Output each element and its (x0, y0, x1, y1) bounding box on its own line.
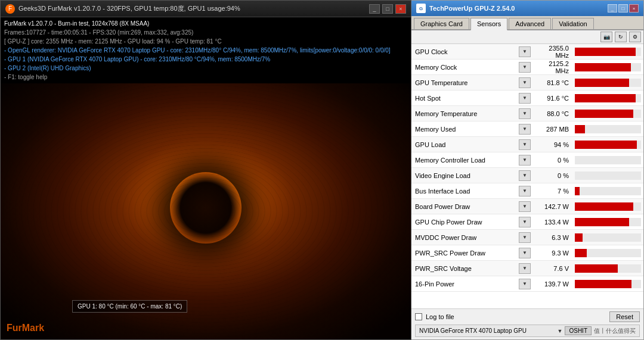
gpuz-window: G TechPowerUp GPU-Z 2.54.0 _ □ × Graphic… (411, 0, 644, 340)
sensor-bar (575, 280, 631, 288)
sensor-bar-container (575, 264, 641, 273)
sensor-bar (575, 125, 585, 133)
sensor-dropdown-button[interactable]: ▼ (519, 155, 531, 166)
sensor-row: Memory Controller Load▼0 % (411, 152, 643, 168)
sensor-dropdown-button[interactable]: ▼ (519, 217, 531, 227)
gpuz-toolbar: 📷 ↻ ⚙ (411, 30, 643, 44)
sensor-name: 16-Pin Power (411, 280, 519, 288)
furmark-temp-overlay: GPU 1: 80 °C (min: 60 °C - max: 81 °C) (72, 300, 187, 313)
gpuz-title-left: G TechPowerUp GPU-Z 2.54.0 (416, 4, 515, 13)
sensor-bar-container (575, 218, 641, 226)
sensor-row: Hot Spot▼91.6 °C (411, 91, 643, 106)
sensor-row: GPU Chip Power Draw▼133.4 W (411, 214, 643, 230)
furmark-maximize-button[interactable]: □ (382, 4, 393, 14)
sensor-dropdown-button[interactable]: ▼ (519, 170, 531, 181)
sensor-name: Memory Temperature (411, 110, 519, 117)
sensor-row: Memory Used▼287 MB (411, 121, 643, 137)
gpuz-close-button[interactable]: × (629, 4, 639, 13)
tab-graphics-card[interactable]: Graphics Card (414, 18, 469, 29)
tab-validation[interactable]: Validation (552, 18, 594, 29)
sensor-value: 81.8 °C (531, 79, 572, 86)
sensor-name: Memory Used (411, 126, 519, 133)
sensor-bar-container (575, 94, 641, 102)
gpuz-device-suffix: 值丨什么值得买 (594, 327, 636, 335)
furmark-info-line3: [ GPU-Z ] core: 2355 MHz - mem: 2125 MHz… (4, 37, 407, 46)
gpuz-minimize-button[interactable]: _ (608, 4, 617, 13)
furmark-temp-text: GPU 1: 80 °C (min: 60 °C - max: 81 °C) (78, 303, 182, 310)
furmark-minimize-button[interactable]: _ (369, 4, 380, 14)
sensor-dropdown-button[interactable]: ▼ (519, 124, 531, 135)
sensor-bar (575, 187, 580, 195)
sensor-dropdown-button[interactable]: ▼ (519, 62, 531, 73)
tab-advanced[interactable]: Advanced (509, 18, 551, 29)
furmark-info-line4: - OpenGL renderer: NVIDIA GeForce RTX 40… (4, 46, 407, 55)
sensor-bar-container (575, 280, 641, 288)
gpuz-window-controls: _ □ × (608, 4, 639, 13)
sensor-dropdown-button[interactable]: ▼ (519, 248, 531, 258)
furmark-close-button[interactable]: × (395, 4, 406, 14)
furmark-window-controls: _ □ × (369, 4, 406, 14)
sensor-bar-container (575, 249, 641, 257)
gpuz-title: TechPowerUp GPU-Z 2.54.0 (429, 5, 515, 12)
furmark-info-line1: FurMark v1.20.7.0 - Burn-in test, 1024x7… (4, 19, 407, 28)
furmark-window: F Geeks3D FurMark v1.20.7.0 - 320FPS, GP… (0, 0, 411, 340)
gpuz-toolbar-btn-2[interactable]: ↻ (615, 32, 627, 42)
tab-sensors[interactable]: Sensors (470, 18, 507, 30)
sensor-bar-container (575, 79, 641, 87)
sensor-bar-container (575, 110, 641, 118)
furmark-title-left: F Geeks3D FurMark v1.20.7.0 - 320FPS, GP… (5, 4, 240, 14)
gpuz-reset-button[interactable]: Reset (609, 311, 640, 322)
sensor-bar-container (575, 48, 641, 56)
sensor-row: Board Power Draw▼142.7 W (411, 199, 643, 214)
sensor-bar-container (575, 187, 641, 195)
sensor-dropdown-button[interactable]: ▼ (519, 77, 531, 88)
sensor-bar-container (575, 125, 641, 133)
sensor-name: Memory Clock (411, 64, 519, 71)
sensor-row: MVDDC Power Draw▼6.3 W (411, 230, 643, 245)
furmark-app-icon: F (5, 4, 15, 14)
sensor-dropdown-button[interactable]: ▼ (519, 263, 531, 274)
sensor-value: 7.6 V (531, 265, 572, 272)
sensor-bar (575, 94, 636, 102)
sensor-value: 0 % (531, 172, 572, 179)
gpuz-oshit-button[interactable]: OSHIT (565, 326, 592, 335)
gpuz-toolbar-btn-3[interactable]: ⚙ (629, 32, 641, 42)
sensor-name: Memory Controller Load (411, 157, 519, 164)
furmark-titlebar: F Geeks3D FurMark v1.20.7.0 - 320FPS, GP… (1, 1, 411, 17)
sensor-bar (575, 233, 583, 242)
sensor-value: 9.3 W (531, 249, 572, 257)
gpuz-sensors-list: GPU Clock▼2355.0 MHzMemory Clock▼2125.2 … (411, 44, 643, 308)
sensor-bar-container (575, 63, 641, 71)
sensor-dropdown-button[interactable]: ▼ (519, 93, 531, 104)
sensor-name: PWR_SRC Power Draw (411, 249, 519, 257)
sensor-row: PWR_SRC Power Draw▼9.3 W (411, 245, 643, 261)
sensor-value: 94 % (531, 141, 572, 148)
sensor-row: Memory Clock▼2125.2 MHz (411, 60, 643, 75)
sensor-bar-container (575, 141, 641, 149)
sensor-dropdown-button[interactable]: ▼ (519, 139, 531, 150)
sensor-name: PWR_SRC Voltage (411, 265, 519, 272)
gpuz-log-row: Log to file Reset (415, 311, 640, 322)
gpuz-log-checkbox[interactable] (415, 313, 422, 320)
sensor-dropdown-button[interactable]: ▼ (519, 108, 531, 119)
sensor-bar-container (575, 171, 641, 180)
sensor-value: 287 MB (531, 126, 572, 133)
sensor-bar (575, 218, 629, 226)
furmark-info-line7: - F1: toggle help (4, 73, 407, 82)
gpuz-toolbar-btn-1[interactable]: 📷 (600, 32, 612, 42)
sensor-bar-container (575, 202, 641, 211)
sensor-dropdown-button[interactable]: ▼ (519, 232, 531, 243)
sensor-dropdown-button[interactable]: ▼ (519, 46, 531, 57)
gpuz-maximize-button[interactable]: □ (618, 4, 628, 13)
furmark-info-bar: FurMark v1.20.7.0 - Burn-in test, 1024x7… (1, 17, 411, 83)
sensor-dropdown-button[interactable]: ▼ (519, 201, 531, 212)
furmark-content: FurMark v1.20.7.0 - Burn-in test, 1024x7… (1, 17, 411, 339)
gpuz-device-dropdown-icon[interactable]: ▼ (558, 328, 563, 334)
furmark-logo: FurMark (7, 323, 44, 333)
sensor-dropdown-button[interactable]: ▼ (519, 186, 531, 196)
sensor-bar (575, 202, 633, 211)
furmark-render-area: GPU 1: 80 °C (min: 60 °C - max: 81 °C) F… (1, 83, 411, 339)
sensor-value: 6.3 W (531, 234, 572, 241)
sensor-value: 91.6 °C (531, 95, 572, 102)
sensor-dropdown-button[interactable]: ▼ (519, 279, 531, 289)
